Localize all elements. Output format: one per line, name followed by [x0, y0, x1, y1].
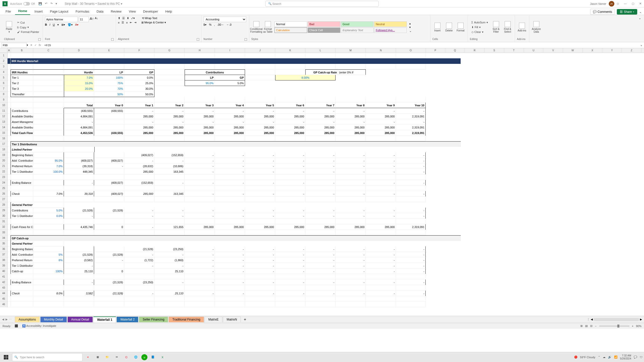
cell[interactable]: Total Cash Flows — [11, 130, 33, 136]
spreadsheet-grid[interactable]: 12IRR Hurdle Waterfall34IRR HurdlesHurdl… — [0, 53, 644, 316]
cell[interactable] — [33, 80, 64, 86]
cell[interactable]: 285,000 — [185, 224, 215, 230]
cell[interactable]: 2,319,091 — [396, 130, 426, 136]
cell[interactable]: - — [396, 208, 426, 213]
cell[interactable] — [11, 285, 33, 291]
currency-icon[interactable]: $▾ — [204, 23, 207, 26]
cell[interactable]: - — [336, 163, 366, 169]
row-header[interactable]: 4 — [0, 69, 8, 75]
sheet-tab-assumptions[interactable]: Assumptions — [15, 316, 40, 322]
cell[interactable]: 5% — [33, 252, 64, 257]
cell[interactable]: - — [336, 169, 366, 174]
taskbar-chrome-icon[interactable]: 🌐 — [132, 353, 140, 361]
sheet-nav-more-icon[interactable]: ⋯ — [9, 318, 12, 321]
cell[interactable]: 285,000 — [305, 130, 336, 136]
cell[interactable]: 100% — [33, 268, 64, 274]
cell[interactable]: 285,000 — [366, 125, 396, 130]
cell[interactable] — [64, 152, 94, 158]
cell[interactable] — [124, 64, 154, 69]
col-L[interactable]: L — [305, 48, 336, 53]
cell[interactable] — [245, 219, 275, 224]
cell[interactable]: - — [336, 208, 366, 213]
row-header[interactable]: 16 — [0, 136, 8, 141]
sheet-tab-annual[interactable]: Annual Detail — [67, 316, 93, 322]
cell[interactable]: LP — [185, 75, 215, 80]
cell[interactable]: 100% — [94, 75, 124, 80]
row-header[interactable]: 40 — [0, 268, 8, 274]
cell[interactable]: - — [245, 257, 275, 263]
cell[interactable]: 95.0% — [33, 158, 64, 163]
cell[interactable]: 70% — [94, 86, 124, 92]
cell[interactable]: Contributions — [11, 208, 33, 213]
cell[interactable]: 8.00% — [275, 75, 336, 80]
cell[interactable] — [275, 186, 305, 191]
col-C[interactable]: C — [33, 48, 64, 53]
cell[interactable] — [94, 186, 124, 191]
cell[interactable] — [33, 119, 64, 125]
cell[interactable] — [245, 302, 275, 307]
taskbar-clock[interactable]: 7:32 AM5/28/2024 — [620, 354, 631, 360]
cell[interactable]: - — [154, 252, 185, 257]
underline-button[interactable]: U — [53, 23, 55, 26]
tray-network-icon[interactable]: 📶 — [614, 355, 618, 359]
cell[interactable]: (409,027) — [94, 180, 124, 186]
align-left-icon[interactable]: ≡ — [118, 21, 119, 24]
cell[interactable]: 0.0% — [124, 75, 154, 80]
cell[interactable]: (39,318) — [64, 163, 94, 169]
cell[interactable] — [94, 53, 124, 58]
select-all-corner[interactable] — [0, 48, 8, 53]
tab-home[interactable]: Home — [15, 8, 30, 15]
cell[interactable] — [11, 302, 33, 307]
cell[interactable]: 285,000 — [124, 169, 154, 174]
row-header[interactable]: 10 — [0, 103, 8, 108]
cell[interactable]: - — [245, 191, 275, 197]
cell[interactable] — [33, 152, 64, 158]
cell[interactable] — [94, 302, 124, 307]
cell[interactable]: - — [336, 257, 366, 263]
cell[interactable]: - — [366, 169, 396, 174]
col-M[interactable]: M — [336, 48, 366, 53]
cell[interactable] — [366, 274, 396, 280]
cell[interactable]: - — [305, 268, 336, 274]
zoom-slider[interactable] — [599, 326, 629, 327]
cell[interactable]: 7.0% — [33, 191, 64, 197]
row-header[interactable]: 28 — [0, 202, 8, 208]
cell[interactable]: Tier 1 — [11, 75, 33, 80]
cell[interactable]: - — [185, 119, 215, 125]
cell[interactable] — [8, 163, 11, 169]
cell[interactable]: - — [305, 208, 336, 213]
cell[interactable]: - — [336, 119, 366, 125]
cell[interactable]: Year 6 — [275, 103, 305, 108]
fill-color-button[interactable]: 🪣▾ — [68, 23, 73, 26]
col-N[interactable]: N — [366, 48, 396, 53]
cell[interactable]: - — [185, 246, 215, 252]
cell[interactable] — [336, 174, 366, 180]
row-header[interactable]: 41 — [0, 274, 8, 280]
cell[interactable]: (1,722) — [124, 257, 154, 263]
col-X[interactable]: X — [583, 48, 602, 53]
cell[interactable]: - — [396, 191, 426, 197]
autosum-button[interactable]: Σ AutoSum ▾ — [470, 20, 490, 25]
cell[interactable]: - — [396, 263, 426, 268]
styles-down-icon[interactable]: ▾ — [409, 26, 412, 29]
cell[interactable]: 163,345 — [154, 191, 185, 197]
cell[interactable]: - — [215, 191, 245, 197]
cell[interactable]: - — [215, 291, 245, 296]
cell[interactable]: - — [245, 163, 275, 169]
cell[interactable]: 7.0% — [33, 163, 64, 169]
cell[interactable] — [305, 174, 336, 180]
cell[interactable]: Beginning Balance — [11, 152, 33, 158]
cell[interactable] — [215, 230, 245, 235]
row-header[interactable]: 25 — [0, 186, 8, 191]
cell[interactable] — [64, 97, 94, 103]
cell[interactable]: 285,000 — [366, 224, 396, 230]
cell[interactable]: - — [185, 152, 215, 158]
cell[interactable] — [396, 219, 426, 224]
row-header[interactable]: 5 — [0, 75, 8, 80]
cell[interactable] — [305, 219, 336, 224]
cell[interactable]: 285,000 — [185, 125, 215, 130]
sheet-tab-matrixe[interactable]: MatrixE — [205, 316, 222, 322]
cell[interactable]: - — [305, 152, 336, 158]
view-pagebreak-icon[interactable]: ⊟ — [590, 324, 592, 328]
row-header[interactable]: 2 — [0, 58, 8, 64]
